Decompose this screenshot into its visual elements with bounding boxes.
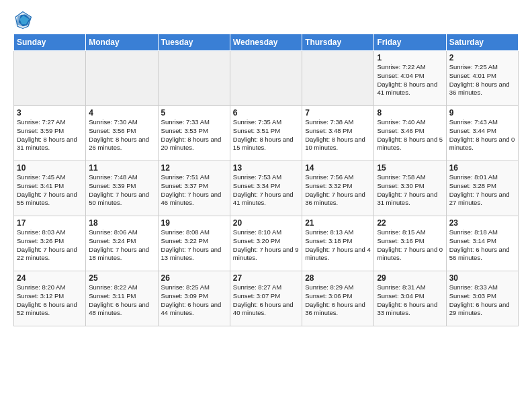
calendar-cell: 15Sunrise: 7:58 AMSunset: 3:30 PMDayligh… [374, 161, 446, 216]
day-info: Sunrise: 7:33 AMSunset: 3:53 PMDaylight:… [161, 118, 227, 152]
day-info: Sunrise: 8:29 AMSunset: 3:06 PMDaylight:… [305, 283, 371, 318]
day-info: Sunrise: 7:45 AMSunset: 3:41 PMDaylight:… [17, 173, 83, 208]
day-number: 1 [377, 53, 443, 62]
day-info: Sunrise: 8:20 AMSunset: 3:12 PMDaylight:… [17, 283, 83, 318]
day-number: 13 [233, 163, 299, 173]
week-row-2: 10Sunrise: 7:45 AMSunset: 3:41 PMDayligh… [14, 161, 519, 216]
day-info: Sunrise: 8:27 AMSunset: 3:07 PMDaylight:… [233, 283, 299, 318]
day-number: 21 [305, 218, 371, 228]
day-info: Sunrise: 8:10 AMSunset: 3:20 PMDaylight:… [233, 228, 299, 263]
weekday-header-row: SundayMondayTuesdayWednesdayThursdayFrid… [14, 34, 519, 51]
day-number: 12 [161, 163, 227, 173]
day-info: Sunrise: 8:01 AMSunset: 3:28 PMDaylight:… [449, 173, 515, 208]
calendar-cell: 4Sunrise: 7:30 AMSunset: 3:56 PMDaylight… [86, 106, 158, 161]
day-number: 17 [17, 218, 83, 228]
calendar-cell [86, 51, 158, 106]
calendar-cell: 21Sunrise: 8:13 AMSunset: 3:18 PMDayligh… [302, 216, 374, 271]
calendar-cell [302, 51, 374, 106]
day-info: Sunrise: 7:27 AMSunset: 3:59 PMDaylight:… [17, 118, 83, 152]
day-number: 18 [89, 218, 154, 228]
day-number: 28 [305, 273, 371, 283]
day-number: 16 [449, 163, 515, 173]
logo [13, 11, 35, 30]
weekday-header-friday: Friday [374, 34, 446, 51]
calendar-cell: 9Sunrise: 7:43 AMSunset: 3:44 PMDaylight… [446, 106, 518, 161]
day-info: Sunrise: 7:35 AMSunset: 3:51 PMDaylight:… [233, 118, 299, 152]
day-info: Sunrise: 8:22 AMSunset: 3:11 PMDaylight:… [89, 283, 154, 318]
calendar-cell: 18Sunrise: 8:06 AMSunset: 3:24 PMDayligh… [86, 216, 158, 271]
day-number: 7 [305, 108, 371, 118]
page: SundayMondayTuesdayWednesdayThursdayFrid… [0, 0, 532, 333]
calendar-cell: 8Sunrise: 7:40 AMSunset: 3:46 PMDaylight… [374, 106, 446, 161]
day-number: 6 [233, 108, 299, 118]
week-row-0: 1Sunrise: 7:22 AMSunset: 4:04 PMDaylight… [14, 51, 519, 106]
day-info: Sunrise: 7:48 AMSunset: 3:39 PMDaylight:… [89, 173, 154, 208]
day-number: 8 [377, 108, 443, 118]
weekday-header-tuesday: Tuesday [158, 34, 230, 51]
weekday-header-wednesday: Wednesday [230, 34, 302, 51]
calendar-cell: 23Sunrise: 8:18 AMSunset: 3:14 PMDayligh… [446, 216, 518, 271]
header [13, 11, 519, 30]
calendar-cell: 16Sunrise: 8:01 AMSunset: 3:28 PMDayligh… [446, 161, 518, 216]
day-info: Sunrise: 7:58 AMSunset: 3:30 PMDaylight:… [377, 173, 443, 208]
calendar-cell: 2Sunrise: 7:25 AMSunset: 4:01 PMDaylight… [446, 51, 518, 106]
day-number: 15 [377, 163, 443, 173]
day-info: Sunrise: 7:40 AMSunset: 3:46 PMDaylight:… [377, 118, 443, 152]
day-number: 19 [161, 218, 227, 228]
calendar-cell: 7Sunrise: 7:38 AMSunset: 3:48 PMDaylight… [302, 106, 374, 161]
day-info: Sunrise: 8:08 AMSunset: 3:22 PMDaylight:… [161, 228, 227, 263]
day-info: Sunrise: 8:18 AMSunset: 3:14 PMDaylight:… [449, 228, 515, 263]
calendar-cell: 14Sunrise: 7:56 AMSunset: 3:32 PMDayligh… [302, 161, 374, 216]
day-number: 23 [449, 218, 515, 228]
day-info: Sunrise: 8:25 AMSunset: 3:09 PMDaylight:… [161, 283, 227, 318]
weekday-header-saturday: Saturday [446, 34, 518, 51]
calendar-cell: 19Sunrise: 8:08 AMSunset: 3:22 PMDayligh… [158, 216, 230, 271]
calendar-cell: 26Sunrise: 8:25 AMSunset: 3:09 PMDayligh… [158, 271, 230, 326]
calendar-cell [158, 51, 230, 106]
day-number: 20 [233, 218, 299, 228]
day-info: Sunrise: 7:43 AMSunset: 3:44 PMDaylight:… [449, 118, 515, 152]
day-info: Sunrise: 7:51 AMSunset: 3:37 PMDaylight:… [161, 173, 227, 208]
day-number: 3 [17, 108, 83, 118]
calendar-cell: 12Sunrise: 7:51 AMSunset: 3:37 PMDayligh… [158, 161, 230, 216]
day-number: 9 [449, 108, 515, 118]
calendar-cell: 11Sunrise: 7:48 AMSunset: 3:39 PMDayligh… [86, 161, 158, 216]
day-info: Sunrise: 8:13 AMSunset: 3:18 PMDaylight:… [305, 228, 371, 263]
weekday-header-sunday: Sunday [14, 34, 86, 51]
day-info: Sunrise: 7:22 AMSunset: 4:04 PMDaylight:… [377, 63, 443, 97]
day-info: Sunrise: 7:25 AMSunset: 4:01 PMDaylight:… [449, 63, 515, 97]
day-info: Sunrise: 7:30 AMSunset: 3:56 PMDaylight:… [89, 118, 154, 152]
calendar-cell: 27Sunrise: 8:27 AMSunset: 3:07 PMDayligh… [230, 271, 302, 326]
day-number: 14 [305, 163, 371, 173]
calendar-cell [230, 51, 302, 106]
day-info: Sunrise: 8:31 AMSunset: 3:04 PMDaylight:… [377, 283, 443, 318]
calendar-cell: 24Sunrise: 8:20 AMSunset: 3:12 PMDayligh… [14, 271, 86, 326]
day-info: Sunrise: 7:53 AMSunset: 3:34 PMDaylight:… [233, 173, 299, 208]
logo-icon [13, 11, 32, 30]
calendar-cell: 20Sunrise: 8:10 AMSunset: 3:20 PMDayligh… [230, 216, 302, 271]
weekday-header-monday: Monday [86, 34, 158, 51]
day-info: Sunrise: 8:15 AMSunset: 3:16 PMDaylight:… [377, 228, 443, 263]
calendar-cell: 3Sunrise: 7:27 AMSunset: 3:59 PMDaylight… [14, 106, 86, 161]
week-row-4: 24Sunrise: 8:20 AMSunset: 3:12 PMDayligh… [14, 271, 519, 326]
day-number: 10 [17, 163, 83, 173]
day-number: 11 [89, 163, 154, 173]
week-row-3: 17Sunrise: 8:03 AMSunset: 3:26 PMDayligh… [14, 216, 519, 271]
calendar-cell: 17Sunrise: 8:03 AMSunset: 3:26 PMDayligh… [14, 216, 86, 271]
calendar-cell: 22Sunrise: 8:15 AMSunset: 3:16 PMDayligh… [374, 216, 446, 271]
day-number: 25 [89, 273, 154, 283]
day-number: 26 [161, 273, 227, 283]
calendar-cell: 1Sunrise: 7:22 AMSunset: 4:04 PMDaylight… [374, 51, 446, 106]
calendar-cell: 29Sunrise: 8:31 AMSunset: 3:04 PMDayligh… [374, 271, 446, 326]
day-info: Sunrise: 8:33 AMSunset: 3:03 PMDaylight:… [449, 283, 515, 318]
week-row-1: 3Sunrise: 7:27 AMSunset: 3:59 PMDaylight… [14, 106, 519, 161]
day-number: 30 [449, 273, 515, 283]
day-number: 5 [161, 108, 227, 118]
calendar-cell: 25Sunrise: 8:22 AMSunset: 3:11 PMDayligh… [86, 271, 158, 326]
day-number: 24 [17, 273, 83, 283]
day-info: Sunrise: 7:56 AMSunset: 3:32 PMDaylight:… [305, 173, 371, 208]
day-number: 29 [377, 273, 443, 283]
calendar-cell: 13Sunrise: 7:53 AMSunset: 3:34 PMDayligh… [230, 161, 302, 216]
day-number: 22 [377, 218, 443, 228]
weekday-header-thursday: Thursday [302, 34, 374, 51]
